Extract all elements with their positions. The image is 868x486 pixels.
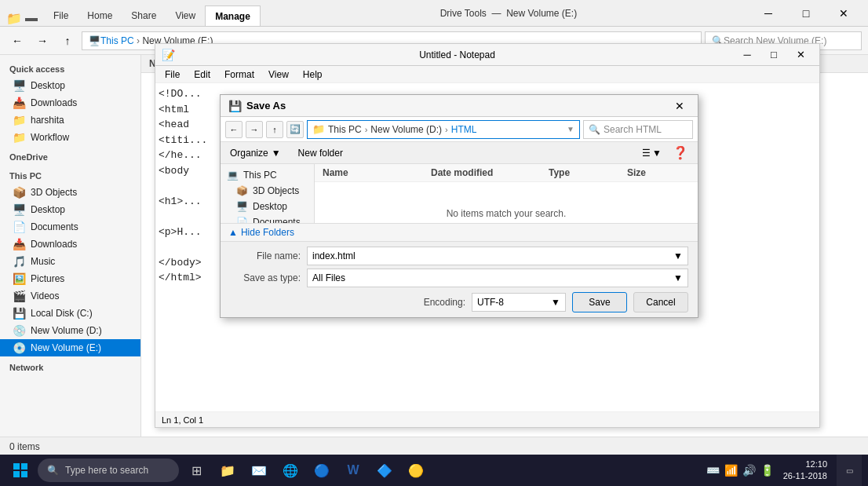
dialog-title-text: Save As <box>246 100 286 111</box>
dialog-close-button[interactable]: ✕ <box>669 97 690 115</box>
downloads-icon: 📥 <box>13 97 26 109</box>
taskbar-chrome[interactable]: 🌐 <box>276 456 305 484</box>
sidebar-item-downloads[interactable]: 📥 Downloads <box>0 94 140 111</box>
workflow-icon: 📁 <box>13 131 26 144</box>
notepad-menu: File Edit Format View Help <box>155 66 819 83</box>
battery-icon[interactable]: 🔋 <box>760 464 774 477</box>
taskbar-search[interactable]: 🔍 Type here to search <box>38 459 179 482</box>
sidebar-item-desktop2[interactable]: 🖥️ Desktop <box>0 201 140 218</box>
show-desktop-button[interactable]: ▭ <box>837 455 862 486</box>
taskbar-word[interactable]: W <box>339 456 367 484</box>
dialog-sidebar-documents[interactable]: 📄 Documents <box>221 214 314 223</box>
sidebar-item-music[interactable]: 🎵 Music <box>0 253 140 270</box>
taskbar-app1[interactable]: 🔷 <box>370 456 399 484</box>
forward-button[interactable]: → <box>31 30 53 52</box>
encoding-select[interactable]: UTF-8 ▼ <box>472 293 566 312</box>
taskbar-search-icon: 🔍 <box>47 465 59 476</box>
filename-label: File name: <box>230 250 301 261</box>
savetype-row: Save as type: All Files ▼ <box>230 269 688 287</box>
clock-date: 26-11-2018 <box>783 470 827 482</box>
taskbar-mail[interactable]: ✉️ <box>245 456 273 484</box>
dialog-sidebar-thispc[interactable]: 💻 This PC <box>221 167 314 183</box>
network-icon[interactable]: 📶 <box>724 464 738 477</box>
tab-share[interactable]: Share <box>122 5 166 26</box>
hide-folders-chevron-icon: ▲ <box>228 227 238 238</box>
clock[interactable]: 12:10 26-11-2018 <box>777 459 833 483</box>
documents-sidebar-icon: 📄 <box>236 217 248 223</box>
sidebar-item-documents[interactable]: 📄 Documents <box>0 218 140 236</box>
notepad-close[interactable]: ✕ <box>788 46 813 64</box>
savetype-select[interactable]: All Files ▼ <box>307 269 688 287</box>
help-button[interactable]: ❓ <box>668 144 693 162</box>
sidebar-item-localc[interactable]: 💾 Local Disk (C:) <box>0 305 140 322</box>
sidebar-item-harshita[interactable]: 📁 harshita <box>0 111 140 129</box>
menu-format[interactable]: Format <box>218 68 261 82</box>
keyboard-icon[interactable]: ⌨️ <box>706 464 720 477</box>
new-folder-button[interactable]: New folder <box>292 146 349 160</box>
hide-folders-bar[interactable]: ▲ Hide Folders <box>221 223 698 241</box>
notepad-maximize[interactable]: □ <box>761 46 786 64</box>
up-button[interactable]: ↑ <box>57 30 78 52</box>
dialog-up-btn[interactable]: ↑ <box>266 121 283 138</box>
tab-home[interactable]: Home <box>78 5 122 26</box>
notepad-minimize[interactable]: ─ <box>735 46 760 64</box>
notepad-window-controls: ─ □ ✕ <box>735 46 813 64</box>
encoding-row: Encoding: UTF-8 ▼ Save Cancel <box>230 292 688 312</box>
app1-icon: 🔷 <box>377 463 392 478</box>
taskbar-app2[interactable]: 🟡 <box>402 456 430 484</box>
menu-help[interactable]: Help <box>297 68 329 82</box>
close-button[interactable]: ✕ <box>826 2 862 25</box>
menu-view[interactable]: View <box>262 68 295 82</box>
chrome-icon: 🌐 <box>283 463 298 478</box>
sidebar-item-desktop[interactable]: 🖥️ Desktop <box>0 77 140 94</box>
view-icon: ☰ <box>642 148 651 159</box>
filename-input[interactable]: index.html ▼ <box>307 247 688 265</box>
dialog-back-btn[interactable]: ← <box>225 121 243 138</box>
maximize-button[interactable]: □ <box>788 2 824 25</box>
sidebar-item-downloads2[interactable]: 📥 Downloads <box>0 236 140 253</box>
tab-view[interactable]: View <box>166 5 205 26</box>
dialog-refresh-btn[interactable]: 🔄 <box>286 121 304 138</box>
minimize-button[interactable]: ─ <box>750 2 786 25</box>
path-dropdown-icon: ▼ <box>567 125 574 133</box>
path-pc: This PC <box>328 124 362 135</box>
dialog-sidebar-desktop[interactable]: 🖥️ Desktop <box>221 199 314 214</box>
menu-edit[interactable]: Edit <box>188 68 217 82</box>
file-explorer-title-bar: 📁 File Home Share View Manage Drive Tool… <box>0 0 868 27</box>
dialog-search-box[interactable]: 🔍 Search HTML <box>583 120 693 139</box>
filename-dropdown-icon: ▼ <box>673 250 683 261</box>
tab-manage[interactable]: Manage <box>205 5 261 26</box>
sidebar-item-3d[interactable]: 📦 3D Objects <box>0 184 140 201</box>
sidebar: Quick access 🖥️ Desktop 📥 Downloads 📁 ha… <box>0 55 141 437</box>
edge-icon: 🔵 <box>314 463 330 478</box>
taskbar-file-manager[interactable]: 📁 <box>213 456 242 484</box>
thispc-sidebar-icon: 💻 <box>227 170 239 181</box>
organize-chevron-icon: ▼ <box>272 148 281 159</box>
save-button[interactable]: Save <box>572 292 627 312</box>
sidebar-item-volumee[interactable]: 💿 New Volume (E:) <box>0 339 140 356</box>
menu-file[interactable]: File <box>159 68 186 82</box>
dialog-footer: File name: index.html ▼ Save as type: Al… <box>221 241 698 317</box>
cancel-button[interactable]: Cancel <box>633 292 688 312</box>
sidebar-item-workflow[interactable]: 📁 Workflow <box>0 129 140 146</box>
back-button[interactable]: ← <box>6 30 28 52</box>
start-button[interactable] <box>6 456 35 484</box>
sidebar-item-videos[interactable]: 🎬 Videos <box>0 287 140 305</box>
dialog-sidebar-3d[interactable]: 📦 3D Objects <box>221 183 314 199</box>
dialog-title-icon: 💾 <box>228 100 242 112</box>
dialog-path[interactable]: 📁 This PC › New Volume (D:) › HTML ▼ <box>307 120 580 139</box>
dialog-col-type: Type <box>549 167 627 178</box>
path-volume: New Volume (D:) <box>370 124 442 135</box>
taskview-button[interactable]: ⊞ <box>182 456 210 484</box>
volume-icon[interactable]: 🔊 <box>742 464 756 477</box>
organize-button[interactable]: Organize ▼ <box>225 146 286 160</box>
view-toggle-button[interactable]: ☰ ▼ <box>642 148 662 159</box>
view-chevron-icon: ▼ <box>652 148 662 159</box>
dialog-forward-btn[interactable]: → <box>246 121 263 138</box>
sidebar-item-pictures[interactable]: 🖼️ Pictures <box>0 270 140 287</box>
tab-file[interactable]: File <box>44 5 78 26</box>
dialog-column-headers: Name Date modified Type Size <box>315 164 698 182</box>
harshita-icon: 📁 <box>13 114 26 126</box>
sidebar-item-volumed[interactable]: 💿 New Volume (D:) <box>0 322 140 339</box>
taskbar-edge[interactable]: 🔵 <box>308 456 336 484</box>
